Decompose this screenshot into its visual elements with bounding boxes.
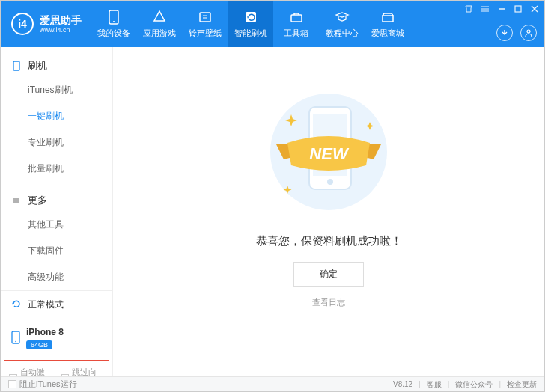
nav-label: 智能刷机 xyxy=(234,28,267,39)
sidebar-section-flash[interactable]: 刷机 xyxy=(1,55,112,77)
svg-point-7 xyxy=(527,30,530,33)
sidebar-item-batch-flash[interactable]: 批量刷机 xyxy=(28,156,112,182)
skin-icon[interactable] xyxy=(463,4,474,14)
download-button[interactable] xyxy=(496,25,513,41)
maximize-icon[interactable] xyxy=(513,4,523,14)
app-logo: i4 爱思助手 www.i4.cn xyxy=(1,13,91,35)
nav-label: 我的设备 xyxy=(97,28,130,39)
sidebar-item-other-tools[interactable]: 其他工具 xyxy=(28,212,112,238)
svg-rect-2 xyxy=(200,13,210,22)
device-mode[interactable]: 正常模式 xyxy=(1,290,112,319)
block-itunes-checkbox[interactable]: 阻止iTunes运行 xyxy=(8,379,77,390)
version-label: V8.12 xyxy=(393,380,412,388)
svg-point-10 xyxy=(15,340,16,342)
phone-small-icon xyxy=(11,61,22,71)
phone-icon xyxy=(106,10,121,25)
nav-label: 教程中心 xyxy=(326,28,359,39)
svg-rect-6 xyxy=(515,6,521,12)
storage-badge: 64GB xyxy=(26,340,52,349)
app-subtitle: www.i4.cn xyxy=(40,27,82,34)
store-icon xyxy=(380,10,395,25)
nav-ringtones[interactable]: 铃声壁纸 xyxy=(182,1,228,47)
sidebar: 刷机 iTunes刷机 一键刷机 专业刷机 批量刷机 更多 其他工具 下载固件 … xyxy=(1,47,113,377)
check-update-link[interactable]: 检查更新 xyxy=(507,379,537,390)
ribbon-text: NEW xyxy=(309,144,350,163)
menu-icon[interactable] xyxy=(480,4,490,14)
nav-toolbox[interactable]: 工具箱 xyxy=(273,1,319,47)
device-phone-icon xyxy=(11,331,20,346)
tutorial-icon xyxy=(335,10,350,25)
view-log-link[interactable]: 查看日志 xyxy=(312,297,345,308)
success-illustration: NEW xyxy=(254,85,404,219)
nav-label: 爱思商城 xyxy=(371,28,404,39)
mode-label: 正常模式 xyxy=(28,298,64,311)
sidebar-item-download-firmware[interactable]: 下载固件 xyxy=(28,238,112,264)
wechat-link[interactable]: 微信公众号 xyxy=(455,379,493,390)
device-name: iPhone 8 xyxy=(26,327,64,337)
logo-icon: i4 xyxy=(11,13,34,35)
minimize-icon[interactable] xyxy=(496,4,507,14)
nav-label: 铃声壁纸 xyxy=(189,28,222,39)
status-bar: 阻止iTunes运行 V8.12 | 客服 | 微信公众号 | 检查更新 xyxy=(1,376,544,391)
header-actions xyxy=(496,25,537,41)
nav-tutorials[interactable]: 教程中心 xyxy=(319,1,365,47)
sidebar-item-itunes-flash[interactable]: iTunes刷机 xyxy=(28,77,112,103)
svg-point-14 xyxy=(327,179,333,185)
nav-label: 工具箱 xyxy=(284,28,308,39)
section-title: 刷机 xyxy=(28,59,47,73)
sidebar-item-advanced[interactable]: 高级功能 xyxy=(28,264,112,290)
svg-point-1 xyxy=(113,21,115,22)
svg-rect-8 xyxy=(13,61,19,70)
sidebar-section-more[interactable]: 更多 xyxy=(1,189,112,212)
apps-icon xyxy=(152,10,167,25)
app-header: i4 爱思助手 www.i4.cn 我的设备 应用游戏 铃声壁纸 智能刷机 工具… xyxy=(1,1,544,47)
nav-label: 应用游戏 xyxy=(143,28,176,39)
section-title: 更多 xyxy=(28,194,47,207)
close-icon[interactable] xyxy=(529,4,540,14)
user-button[interactable] xyxy=(520,25,537,41)
nav-flash[interactable]: 智能刷机 xyxy=(228,1,273,47)
window-controls xyxy=(463,4,540,14)
sidebar-item-pro-flash[interactable]: 专业刷机 xyxy=(28,129,112,156)
support-link[interactable]: 客服 xyxy=(427,379,442,390)
ringtone-icon xyxy=(198,10,213,25)
svg-rect-5 xyxy=(383,16,393,22)
app-title: 爱思助手 xyxy=(40,15,82,25)
svg-rect-4 xyxy=(291,15,302,22)
main-content: NEW 恭喜您，保资料刷机成功啦！ 确定 查看日志 xyxy=(113,47,544,377)
success-message: 恭喜您，保资料刷机成功啦！ xyxy=(256,234,402,248)
refresh-icon xyxy=(11,298,22,311)
more-icon xyxy=(11,195,22,206)
nav-apps[interactable]: 应用游戏 xyxy=(136,1,182,47)
nav-store[interactable]: 爱思商城 xyxy=(365,1,410,47)
checkbox-icon xyxy=(8,380,16,388)
nav-my-device[interactable]: 我的设备 xyxy=(91,1,136,47)
checkbox-label: 阻止iTunes运行 xyxy=(19,379,77,390)
flash-icon xyxy=(243,10,258,25)
ok-button[interactable]: 确定 xyxy=(293,262,364,287)
sidebar-item-oneclick-flash[interactable]: 一键刷机 xyxy=(28,103,112,129)
toolbox-icon xyxy=(289,10,304,25)
main-nav: 我的设备 应用游戏 铃声壁纸 智能刷机 工具箱 教程中心 爱思商城 xyxy=(91,1,410,47)
device-info[interactable]: iPhone 8 64GB xyxy=(1,319,112,357)
